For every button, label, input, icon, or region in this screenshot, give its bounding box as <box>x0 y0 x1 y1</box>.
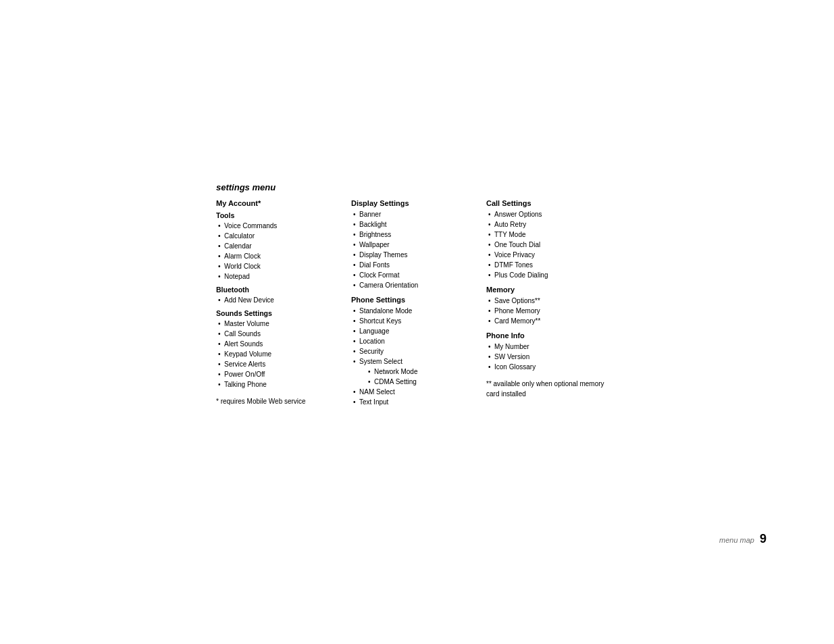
list-item: World Clock <box>216 261 338 271</box>
list-item: System Select Network Mode CDMA Setting <box>351 356 473 387</box>
call-settings-list: Answer Options Auto Retry TTY Mode One T… <box>486 209 608 280</box>
display-settings-list: Banner Backlight Brightness Wallpaper Di… <box>351 209 473 290</box>
list-item: Phone Memory <box>486 306 608 316</box>
list-item: Power On/Off <box>216 369 338 379</box>
list-item: Text Input <box>351 397 473 407</box>
list-item: Service Alerts <box>216 359 338 369</box>
list-item: Dial Fonts <box>351 260 473 270</box>
my-account-heading: My Account* <box>216 199 338 207</box>
bluetooth-heading: Bluetooth <box>216 286 338 294</box>
list-item: Banner <box>351 209 473 219</box>
list-item: Camera Orientation <box>351 280 473 290</box>
list-item: Network Mode <box>366 367 473 377</box>
tools-list: Voice Commands Calculator Calendar Alarm… <box>216 221 338 281</box>
phone-settings-heading: Phone Settings <box>351 296 473 304</box>
settings-title: settings menu <box>216 182 621 192</box>
list-item: Notepad <box>216 271 338 281</box>
footer-label: menu map <box>719 536 754 544</box>
list-item: Standalone Mode <box>351 306 473 316</box>
list-item: Card Memory** <box>486 316 608 326</box>
list-item: CDMA Setting <box>366 377 473 387</box>
memory-heading: Memory <box>486 286 608 294</box>
list-item: Keypad Volume <box>216 349 338 359</box>
col1-footnote: * requires Mobile Web service <box>216 396 338 406</box>
memory-list: Save Options** Phone Memory Card Memory*… <box>486 296 608 326</box>
list-item: My Number <box>486 342 608 352</box>
bluetooth-list: Add New Device <box>216 295 338 305</box>
double-footnote: ** available only when optional memoryca… <box>486 379 608 399</box>
system-select-sublist: Network Mode CDMA Setting <box>359 367 473 387</box>
list-item: Clock Format <box>351 270 473 280</box>
list-item: Brightness <box>351 230 473 240</box>
list-item: TTY Mode <box>486 230 608 240</box>
list-item: Voice Commands <box>216 221 338 231</box>
list-item: Wallpaper <box>351 240 473 250</box>
list-item: Language <box>351 326 473 336</box>
phone-info-heading: Phone Info <box>486 331 608 340</box>
list-item: Answer Options <box>486 209 608 219</box>
list-item: Calendar <box>216 241 338 251</box>
display-settings-heading: Display Settings <box>351 199 473 207</box>
list-item: SW Version <box>486 352 608 362</box>
page-footer: menu map 9 <box>719 532 766 546</box>
list-item: Alarm Clock <box>216 251 338 261</box>
list-item: Security <box>351 346 473 356</box>
list-item: Add New Device <box>216 295 338 305</box>
list-item: Master Volume <box>216 319 338 329</box>
tools-heading: Tools <box>216 211 338 219</box>
list-item: Display Themes <box>351 250 473 260</box>
sounds-settings-heading: Sounds Settings <box>216 309 338 317</box>
list-item: Calculator <box>216 231 338 241</box>
list-item-nam-select: NAM Select <box>351 387 473 397</box>
list-item: Icon Glossary <box>486 362 608 372</box>
list-item: Shortcut Keys <box>351 316 473 326</box>
sounds-list: Master Volume Call Sounds Alert Sounds K… <box>216 319 338 390</box>
column-2: Display Settings Banner Backlight Bright… <box>351 199 486 407</box>
list-item: Location <box>351 336 473 346</box>
page-content: settings menu My Account* Tools Voice Co… <box>216 182 621 407</box>
list-item: Call Sounds <box>216 329 338 339</box>
list-item: Save Options** <box>486 296 608 306</box>
phone-settings-list: Standalone Mode Shortcut Keys Language L… <box>351 306 473 407</box>
list-item: Voice Privacy <box>486 250 608 260</box>
phone-info-list: My Number SW Version Icon Glossary <box>486 342 608 372</box>
list-item: Talking Phone <box>216 379 338 390</box>
column-3: Call Settings Answer Options Auto Retry … <box>486 199 621 399</box>
list-item: Plus Code Dialing <box>486 270 608 280</box>
list-item: One Touch Dial <box>486 240 608 250</box>
list-item: Auto Retry <box>486 219 608 230</box>
list-item: Backlight <box>351 219 473 230</box>
column-1: My Account* Tools Voice Commands Calcula… <box>216 199 351 406</box>
columns-container: My Account* Tools Voice Commands Calcula… <box>216 199 621 407</box>
footer-page-number: 9 <box>760 532 766 546</box>
list-item: Alert Sounds <box>216 339 338 349</box>
list-item: DTMF Tones <box>486 260 608 270</box>
call-settings-heading: Call Settings <box>486 199 608 207</box>
